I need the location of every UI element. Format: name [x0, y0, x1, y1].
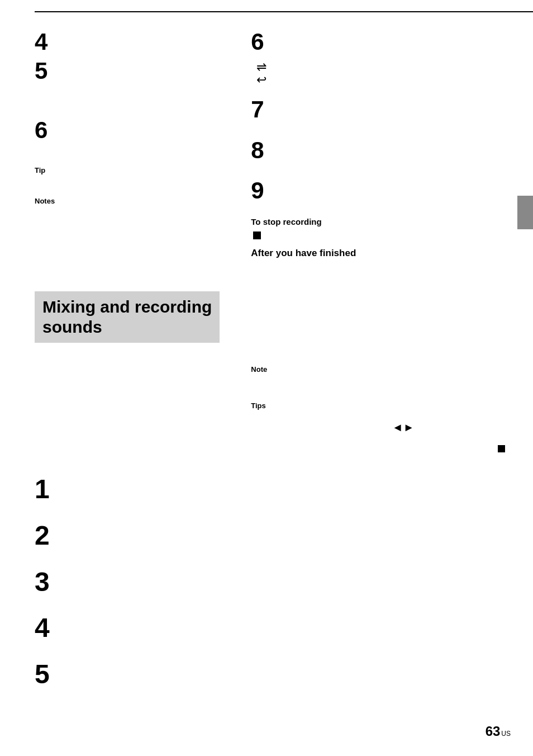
- step-4-bottom-number: 4: [35, 613, 229, 643]
- after-finished-heading: After you have finished: [251, 248, 511, 259]
- bottom-steps: 1 2 3 4 5: [0, 458, 533, 701]
- step-row-5: 5: [35, 660, 229, 689]
- page-number-area: 63 US: [486, 724, 511, 739]
- page-suffix: US: [501, 730, 511, 738]
- top-left-col: 4 5 6 Tip Notes: [0, 29, 240, 263]
- note-label: Note: [251, 365, 511, 374]
- section-heading-line1: Mixing and recording: [42, 297, 212, 317]
- top-section: 4 5 6 Tip Notes 6 ⇌ ↩ 7 8 9 To stop reco…: [0, 12, 533, 263]
- repeat-icon-area: ⇌ ↩: [251, 59, 511, 88]
- middle-section: Note Tips ◄►: [0, 360, 533, 452]
- step-row-1: 1: [35, 475, 229, 504]
- stop-icon-top: [251, 230, 511, 240]
- step-row-3: 3: [35, 568, 229, 597]
- side-tab: [517, 196, 533, 229]
- step-8-number: 8: [251, 138, 511, 163]
- bottom-right-col: [240, 458, 533, 701]
- step-5-number: 5: [35, 58, 229, 84]
- step-2-number: 2: [35, 521, 229, 551]
- step-5-bottom-number: 5: [35, 660, 229, 689]
- repeat-icon-2: ↩: [256, 72, 266, 88]
- page: 4 5 6 Tip Notes 6 ⇌ ↩ 7 8 9 To stop reco…: [0, 0, 533, 756]
- middle-right: Note Tips ◄►: [240, 360, 533, 452]
- middle-left: [0, 360, 240, 452]
- play-icon: ◄►: [296, 421, 511, 434]
- stop-icon-middle: [251, 440, 505, 452]
- step-row-2: 2: [35, 521, 229, 551]
- to-stop-heading: To stop recording: [251, 217, 511, 226]
- section-heading-wrapper: Mixing and recording sounds: [0, 275, 533, 360]
- page-number: 63: [486, 724, 501, 739]
- step-6-left-number: 6: [35, 117, 229, 143]
- bottom-left-col: 1 2 3 4 5: [0, 458, 240, 701]
- step-6-right-number: 6: [251, 29, 511, 55]
- step-row-4: 4: [35, 613, 229, 643]
- step-1-number: 1: [35, 475, 229, 504]
- top-right-col: 6 ⇌ ↩ 7 8 9 To stop recording After you …: [240, 29, 533, 263]
- section-heading-box: Mixing and recording sounds: [35, 291, 220, 343]
- notes-label: Notes: [35, 197, 229, 205]
- step-4-number: 4: [35, 29, 229, 55]
- step-3-number: 3: [35, 568, 229, 597]
- tips-label: Tips: [251, 401, 511, 410]
- section-heading-line2: sounds: [42, 317, 212, 337]
- step-9-number: 9: [251, 178, 511, 204]
- tip-label: Tip: [35, 166, 229, 174]
- step-7-number: 7: [251, 97, 511, 122]
